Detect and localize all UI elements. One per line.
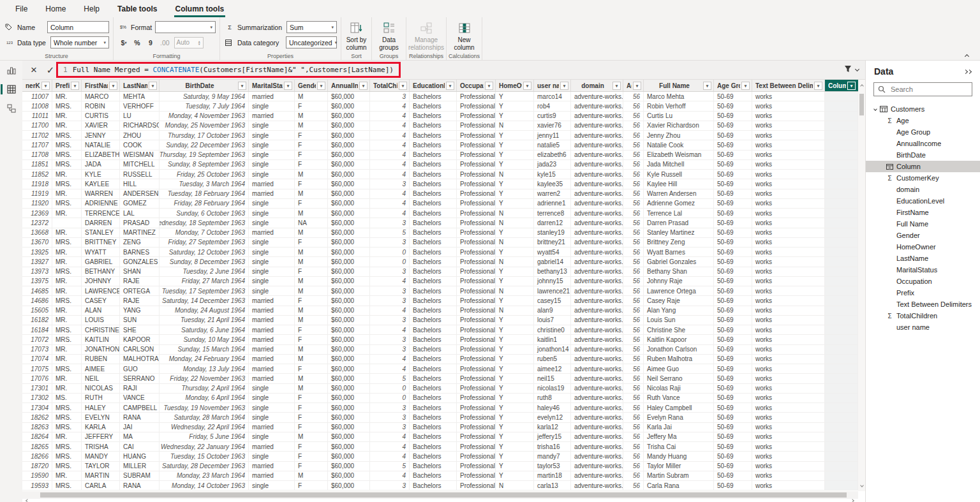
name-input[interactable] bbox=[47, 21, 109, 33]
field-item-gender[interactable]: Gender bbox=[866, 230, 980, 241]
tab-column-tools[interactable]: Column tools bbox=[167, 0, 234, 17]
currency-format-button[interactable]: $▾ bbox=[119, 37, 129, 48]
sort-by-column-button[interactable]: Sort by column bbox=[343, 20, 370, 52]
field-item-age-group[interactable]: Age Group bbox=[866, 126, 980, 138]
filter-icon[interactable]: ▾ bbox=[523, 82, 531, 90]
data-type-select[interactable]: Whole number▾ bbox=[50, 36, 109, 48]
thousands-separator-button[interactable]: 9 bbox=[145, 37, 156, 48]
search-box[interactable] bbox=[873, 82, 972, 96]
field-item-birthdate[interactable]: BirthDate bbox=[866, 149, 980, 161]
field-item-age[interactable]: ΣAge bbox=[866, 115, 980, 126]
filter-icon[interactable]: ▾ bbox=[612, 82, 621, 90]
filter-icon[interactable]: ▾ bbox=[703, 82, 711, 90]
report-view-button[interactable] bbox=[0, 61, 22, 80]
column-header-maritalstatus[interactable]: MaritalStatus▾ bbox=[249, 80, 295, 91]
grid-cell bbox=[825, 384, 858, 394]
grid-cell: 50-69 bbox=[714, 471, 752, 481]
field-item-annualincome[interactable]: AnnualIncome bbox=[866, 138, 980, 149]
filter-icon[interactable]: ▾ bbox=[149, 82, 157, 90]
filter-icon[interactable]: ▾ bbox=[814, 82, 822, 90]
field-item-firstname[interactable]: FirstName bbox=[866, 207, 980, 218]
column-header-age-group[interactable]: Age Group▾ bbox=[714, 80, 752, 91]
horizontal-scrollbar[interactable] bbox=[22, 491, 858, 499]
filter-icon[interactable]: ▾ bbox=[359, 82, 368, 90]
column-header-lastname[interactable]: LastName▾ bbox=[120, 80, 160, 91]
field-item-text-between-delimiters[interactable]: Text Between Delimiters bbox=[866, 299, 980, 310]
grid-cell: 50-69 bbox=[714, 384, 752, 394]
filter-icon[interactable]: ▾ bbox=[399, 82, 407, 90]
filter-icon[interactable]: ▾ bbox=[317, 82, 325, 90]
data-view-button[interactable] bbox=[0, 80, 22, 99]
data-category-select[interactable]: Uncategorized▾ bbox=[286, 36, 337, 48]
column-header-domain[interactable]: domain▾ bbox=[571, 80, 623, 91]
model-view-button[interactable] bbox=[0, 99, 22, 118]
search-input[interactable] bbox=[889, 85, 968, 94]
collapse-pane-icon[interactable] bbox=[964, 70, 971, 73]
grid-cell: Professional bbox=[457, 345, 496, 355]
filter-icon[interactable]: ▾ bbox=[847, 82, 856, 90]
tab-table-tools[interactable]: Table tools bbox=[108, 0, 166, 17]
filter-icon[interactable]: ▾ bbox=[41, 82, 50, 90]
collapse-ribbon-icon[interactable] bbox=[965, 49, 971, 55]
column-header-birthdate[interactable]: BirthDate▾ bbox=[160, 80, 249, 91]
filter-icon[interactable]: ▾ bbox=[284, 82, 292, 90]
commit-formula-icon[interactable]: ✓ bbox=[44, 64, 57, 76]
column-header-full-name[interactable]: Full Name▾ bbox=[644, 80, 714, 91]
column-header-totalchildren[interactable]: TotalChildren▾ bbox=[370, 80, 410, 91]
column-header-firstname[interactable]: FirstName▾ bbox=[82, 80, 120, 91]
scroll-right-icon[interactable] bbox=[851, 493, 856, 498]
column-header-educationlevel[interactable]: EducationLevel▾ bbox=[410, 80, 457, 91]
field-item-homeowner[interactable]: HomeOwner bbox=[866, 241, 980, 253]
scroll-down-icon[interactable] bbox=[859, 483, 864, 487]
funnel-icon[interactable] bbox=[844, 65, 852, 73]
field-item-customerkey[interactable]: ΣCustomerKey bbox=[866, 172, 980, 184]
column-header-gender[interactable]: Gender▾ bbox=[295, 80, 328, 91]
formula-input[interactable]: 1Full Name Merged = CONCATENATE(Customer… bbox=[56, 62, 401, 78]
column-header-text-between-delimiters[interactable]: Text Between Delimiters▾ bbox=[752, 80, 825, 91]
filter-icon[interactable]: ▾ bbox=[741, 82, 750, 90]
field-item-occupation[interactable]: Occupation bbox=[866, 276, 980, 287]
summarization-select[interactable]: Sum▾ bbox=[286, 21, 337, 33]
grid-cell: Elizabeth Weisman bbox=[644, 151, 714, 160]
cancel-formula-icon[interactable]: × bbox=[27, 64, 40, 76]
expand-formula-bar-icon[interactable] bbox=[855, 66, 859, 71]
field-item-maritalstatus[interactable]: MaritalStatus bbox=[866, 264, 980, 276]
field-item-column[interactable]: Column bbox=[866, 161, 980, 172]
field-item-full-name[interactable]: Full Name bbox=[866, 218, 980, 230]
column-header-column[interactable]: Column▾ bbox=[825, 80, 858, 91]
data-groups-button[interactable]: Data groups bbox=[373, 20, 405, 52]
column-header-user-name[interactable]: user name▾ bbox=[534, 80, 571, 91]
column-header-homeowner[interactable]: HomeOwner▾ bbox=[496, 80, 534, 91]
field-item-lastname[interactable]: LastName bbox=[866, 253, 980, 264]
filter-icon[interactable]: ▾ bbox=[238, 82, 246, 90]
tab-file[interactable]: File bbox=[6, 0, 36, 17]
tab-help[interactable]: Help bbox=[75, 0, 108, 17]
filter-icon[interactable]: ▾ bbox=[446, 82, 454, 90]
filter-icon[interactable]: ▾ bbox=[633, 82, 641, 90]
vertical-scrollbar[interactable] bbox=[858, 80, 865, 491]
scroll-left-icon[interactable] bbox=[26, 493, 31, 498]
column-header-age[interactable]: Age▾ bbox=[623, 80, 644, 91]
table-node-customers[interactable]: Customers bbox=[866, 103, 980, 115]
field-item-domain[interactable]: domain bbox=[866, 184, 980, 195]
column-header-annualincome[interactable]: AnnualIncome▾ bbox=[328, 80, 370, 91]
filter-icon[interactable]: ▾ bbox=[560, 82, 568, 90]
filter-icon[interactable]: ▾ bbox=[109, 82, 117, 90]
format-select[interactable]: ▾ bbox=[155, 21, 216, 33]
field-item-totalchildren[interactable]: ΣTotalChildren bbox=[866, 310, 980, 321]
column-header-occupation[interactable]: Occupation▾ bbox=[457, 80, 496, 91]
scroll-up-icon[interactable] bbox=[859, 84, 864, 88]
field-item-educationlevel[interactable]: EducationLevel bbox=[866, 195, 980, 207]
filter-icon[interactable]: ▾ bbox=[485, 82, 493, 90]
field-item-user-name[interactable]: user name bbox=[866, 321, 980, 333]
tab-home[interactable]: Home bbox=[36, 0, 75, 17]
percent-format-button[interactable]: % bbox=[132, 37, 142, 48]
filter-icon[interactable]: ▾ bbox=[71, 82, 79, 90]
grid-cell: F bbox=[295, 296, 328, 306]
horizontal-scrollbar-thumb[interactable] bbox=[40, 492, 847, 498]
column-header-prefix[interactable]: Prefix▾ bbox=[52, 80, 82, 91]
field-item-prefix[interactable]: Prefix bbox=[866, 287, 980, 299]
column-header-nerkey[interactable]: nerKey▾ bbox=[22, 80, 52, 91]
vertical-scrollbar-thumb[interactable] bbox=[859, 94, 864, 115]
new-column-button[interactable]: New column bbox=[448, 20, 480, 52]
